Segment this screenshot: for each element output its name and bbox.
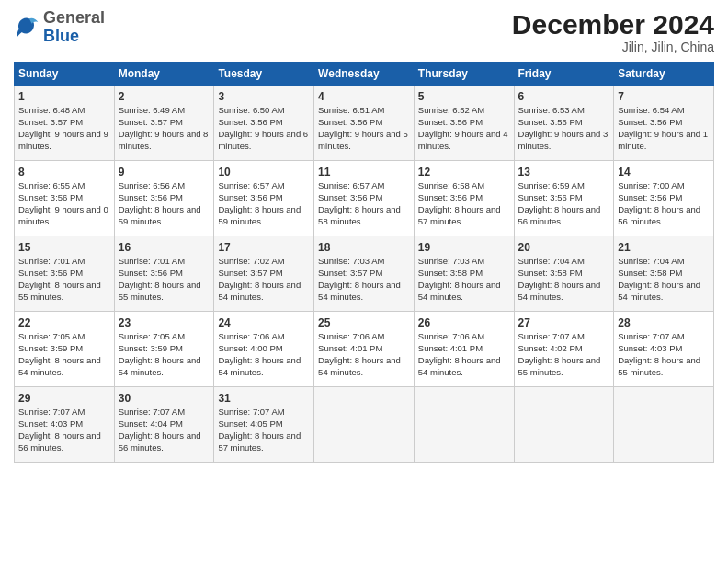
day-cell: 22Sunrise: 7:05 AMSunset: 3:59 PMDayligh… — [15, 312, 115, 387]
logo-text: General Blue — [43, 9, 105, 46]
day-info: Daylight: 8 hours and 59 minutes. — [218, 204, 310, 228]
day-cell: 25Sunrise: 7:06 AMSunset: 4:01 PMDayligh… — [314, 312, 415, 387]
day-cell: 9Sunrise: 6:56 AMSunset: 3:56 PMDaylight… — [114, 161, 214, 236]
day-info: Daylight: 8 hours and 56 minutes. — [119, 431, 210, 454]
day-info: Sunset: 3:57 PM — [318, 268, 410, 280]
day-cell — [314, 387, 415, 463]
day-info: Sunset: 4:03 PM — [618, 343, 710, 355]
col-header-thursday: Thursday — [414, 63, 514, 86]
day-info: Sunset: 3:56 PM — [618, 192, 710, 204]
day-info: Daylight: 9 hours and 6 minutes. — [218, 129, 310, 153]
day-number: 8 — [18, 165, 110, 179]
day-number: 3 — [218, 89, 310, 104]
day-info: Daylight: 8 hours and 54 minutes. — [318, 280, 410, 304]
day-info: Sunset: 3:58 PM — [518, 268, 610, 280]
day-cell: 7Sunrise: 6:54 AMSunset: 3:56 PMDaylight… — [614, 86, 714, 161]
day-info: Daylight: 8 hours and 57 minutes. — [418, 204, 510, 228]
day-info: Sunrise: 7:00 AM — [618, 180, 710, 192]
day-cell: 8Sunrise: 6:55 AMSunset: 3:56 PMDaylight… — [15, 161, 115, 236]
day-info: Sunrise: 7:03 AM — [318, 256, 410, 268]
day-number: 7 — [618, 89, 710, 104]
day-cell: 16Sunrise: 7:01 AMSunset: 3:56 PMDayligh… — [114, 236, 214, 312]
day-number: 2 — [119, 89, 210, 104]
col-header-sunday: Sunday — [15, 63, 115, 86]
day-cell: 27Sunrise: 7:07 AMSunset: 4:02 PMDayligh… — [514, 312, 614, 387]
day-cell: 29Sunrise: 7:07 AMSunset: 4:03 PMDayligh… — [15, 387, 115, 463]
day-number: 10 — [218, 165, 310, 179]
day-cell: 1Sunrise: 6:48 AMSunset: 3:57 PMDaylight… — [15, 86, 115, 161]
day-info: Daylight: 9 hours and 8 minutes. — [119, 129, 210, 153]
day-info: Sunrise: 7:04 AM — [518, 256, 610, 268]
day-number: 1 — [18, 89, 110, 104]
location: Jilin, Jilin, China — [512, 40, 714, 54]
day-info: Daylight: 9 hours and 3 minutes. — [518, 129, 610, 153]
day-number: 16 — [119, 240, 210, 255]
day-info: Sunrise: 7:06 AM — [218, 331, 310, 343]
header-row: SundayMondayTuesdayWednesdayThursdayFrid… — [15, 63, 714, 86]
day-cell: 24Sunrise: 7:06 AMSunset: 4:00 PMDayligh… — [214, 312, 314, 387]
col-header-saturday: Saturday — [614, 63, 714, 86]
day-cell: 20Sunrise: 7:04 AMSunset: 3:58 PMDayligh… — [514, 236, 614, 312]
day-cell: 31Sunrise: 7:07 AMSunset: 4:05 PMDayligh… — [214, 387, 314, 463]
week-row-4: 22Sunrise: 7:05 AMSunset: 3:59 PMDayligh… — [15, 312, 714, 387]
day-info: Sunrise: 7:02 AM — [218, 256, 310, 268]
day-number: 13 — [518, 165, 610, 179]
day-info: Daylight: 8 hours and 54 minutes. — [18, 355, 110, 379]
day-info: Sunset: 3:56 PM — [119, 268, 210, 280]
day-cell: 13Sunrise: 6:59 AMSunset: 3:56 PMDayligh… — [514, 161, 614, 236]
day-info: Daylight: 8 hours and 56 minutes. — [518, 204, 610, 228]
day-info: Sunset: 4:01 PM — [318, 343, 410, 355]
day-info: Daylight: 8 hours and 54 minutes. — [418, 355, 510, 379]
logo: General Blue — [14, 9, 105, 46]
day-info: Sunrise: 6:57 AM — [218, 180, 310, 192]
col-header-tuesday: Tuesday — [214, 63, 314, 86]
week-row-3: 15Sunrise: 7:01 AMSunset: 3:56 PMDayligh… — [15, 236, 714, 312]
day-number: 26 — [418, 316, 510, 330]
day-cell: 26Sunrise: 7:06 AMSunset: 4:01 PMDayligh… — [414, 312, 514, 387]
day-info: Daylight: 8 hours and 58 minutes. — [318, 204, 410, 228]
day-info: Daylight: 9 hours and 9 minutes. — [18, 129, 110, 153]
day-info: Daylight: 8 hours and 54 minutes. — [318, 355, 410, 379]
logo-blue-text: Blue — [43, 27, 79, 45]
day-info: Sunset: 3:56 PM — [119, 192, 210, 204]
day-cell: 30Sunrise: 7:07 AMSunset: 4:04 PMDayligh… — [114, 387, 214, 463]
day-number: 28 — [618, 316, 710, 330]
day-info: Sunrise: 7:07 AM — [119, 407, 210, 419]
day-cell — [514, 387, 614, 463]
day-info: Sunset: 3:56 PM — [618, 117, 710, 129]
day-cell: 23Sunrise: 7:05 AMSunset: 3:59 PMDayligh… — [114, 312, 214, 387]
day-info: Daylight: 8 hours and 57 minutes. — [218, 431, 310, 454]
week-row-5: 29Sunrise: 7:07 AMSunset: 4:03 PMDayligh… — [15, 387, 714, 463]
day-cell — [614, 387, 714, 463]
day-info: Sunset: 3:56 PM — [18, 192, 110, 204]
day-info: Sunset: 3:57 PM — [119, 117, 210, 129]
day-info: Sunset: 3:57 PM — [218, 268, 310, 280]
day-number: 18 — [318, 240, 410, 255]
day-info: Sunrise: 6:52 AM — [418, 105, 510, 117]
calendar-table: SundayMondayTuesdayWednesdayThursdayFrid… — [14, 62, 714, 463]
day-number: 27 — [518, 316, 610, 330]
day-info: Sunset: 3:56 PM — [418, 192, 510, 204]
day-info: Sunset: 3:57 PM — [18, 117, 110, 129]
day-info: Sunset: 3:56 PM — [418, 117, 510, 129]
day-number: 19 — [418, 240, 510, 255]
day-cell: 28Sunrise: 7:07 AMSunset: 4:03 PMDayligh… — [614, 312, 714, 387]
day-number: 5 — [418, 89, 510, 104]
day-info: Sunrise: 7:03 AM — [418, 256, 510, 268]
day-cell: 3Sunrise: 6:50 AMSunset: 3:56 PMDaylight… — [214, 86, 314, 161]
day-number: 29 — [18, 391, 110, 406]
day-info: Daylight: 9 hours and 4 minutes. — [418, 129, 510, 153]
day-cell: 10Sunrise: 6:57 AMSunset: 3:56 PMDayligh… — [214, 161, 314, 236]
day-info: Daylight: 8 hours and 55 minutes. — [618, 355, 710, 379]
day-info: Daylight: 8 hours and 54 minutes. — [218, 280, 310, 304]
day-info: Sunrise: 6:57 AM — [318, 180, 410, 192]
day-cell: 4Sunrise: 6:51 AMSunset: 3:56 PMDaylight… — [314, 86, 415, 161]
day-number: 24 — [218, 316, 310, 330]
day-number: 14 — [618, 165, 710, 179]
day-info: Sunset: 3:56 PM — [218, 117, 310, 129]
day-info: Sunrise: 7:05 AM — [18, 331, 110, 343]
day-info: Sunset: 3:56 PM — [518, 117, 610, 129]
day-info: Sunrise: 7:07 AM — [618, 331, 710, 343]
day-info: Daylight: 8 hours and 54 minutes. — [518, 280, 610, 304]
day-info: Sunset: 4:04 PM — [119, 419, 210, 431]
